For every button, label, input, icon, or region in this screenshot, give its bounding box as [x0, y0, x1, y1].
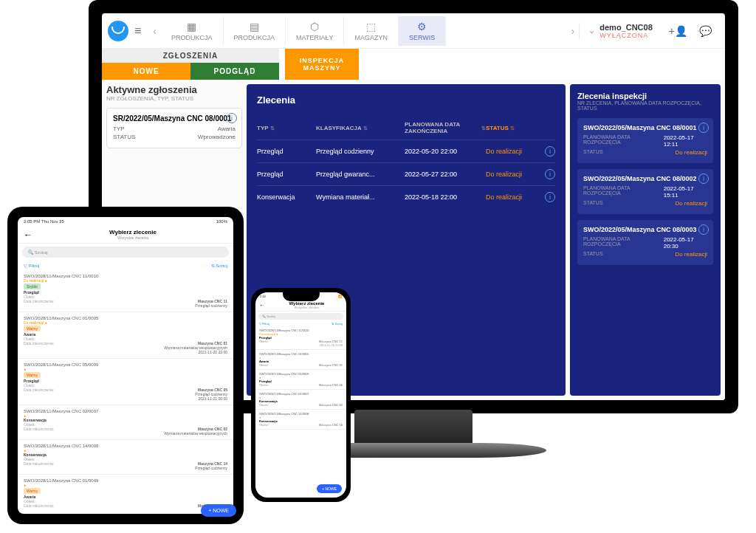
search-input[interactable]: 🔍 Szukaj — [258, 313, 343, 320]
status-value: Wprowadzone — [198, 134, 236, 140]
info-icon[interactable]: i — [698, 224, 709, 235]
list-item[interactable]: SWO/2028/11/Maszyna CNC 01/0005Do realiz… — [18, 312, 233, 359]
col-data: PLANOWANA DATA ZAKOŃCZENIA — [405, 122, 480, 135]
list-item[interactable]: SWO/2028/11/Maszyna CNC 11/0010Do realiz… — [18, 270, 233, 312]
phone-time: 2:14 — [260, 295, 266, 298]
left-subtitle: NR ZGŁOSZENIA, TYP, STATUS — [106, 95, 242, 102]
tablet-frame: 2:05 PM Thu Nov 25100% ← Wybierz zleceni… — [7, 207, 244, 524]
tablet-screen: 2:05 PM Thu Nov 25100% ← Wybierz zleceni… — [18, 217, 233, 514]
list-icon: ▤ — [250, 21, 259, 32]
sort-icon[interactable]: ⇅ — [363, 125, 368, 131]
inspekcja-line2: MASZYNY — [303, 64, 340, 72]
hamburger-icon[interactable]: ≡ — [134, 24, 141, 38]
back-icon[interactable]: ← — [24, 230, 32, 240]
search-input[interactable]: 🔍 Szukaj — [22, 247, 229, 258]
tablet-title: Wybierz zlecenie — [38, 229, 227, 235]
list-item[interactable]: SWO/2028/11/Maszyna CNC 14/0008 ●Konserw… — [18, 440, 233, 475]
back-icon[interactable]: ← — [259, 302, 265, 309]
chevron-down-icon: ⌄ — [588, 26, 595, 35]
phone-screen: 2:14📶 ← Wybierz zlecenie Wszystkie zlece… — [255, 292, 346, 498]
monitor-stand — [354, 410, 472, 447]
tablet-subtitle: Wszystkie zlecenia — [38, 235, 227, 240]
typ-value: Awaria — [218, 125, 236, 132]
filter-button[interactable]: ▽ Filtruj — [24, 263, 39, 268]
col-typ: TYP — [257, 125, 269, 131]
app-logo[interactable] — [108, 21, 128, 41]
status-label: STATUS — [113, 134, 135, 140]
fab-button[interactable]: + NOWE — [201, 504, 233, 514]
list-item[interactable]: SWO/2028/11/Maszyna CNC 02/0007 ●Konserw… — [18, 405, 233, 440]
zgloszenie-card[interactable]: i SR/2022/05/Maszyna CNC 08/0001 TYPAwar… — [106, 108, 242, 148]
list-item[interactable]: SWO/2028/11/Maszyna CNC 05/0009 ●Przeglą… — [255, 370, 346, 390]
phone-subtitle: Wszystkie zlecenia — [271, 306, 343, 309]
inspection-card[interactable]: iSWO/2022/05/Maszyna CNC 08/0001PLANOWAN… — [577, 118, 713, 163]
inspection-card[interactable]: iSWO/2022/05/Maszyna CNC 08/0003PLANOWAN… — [577, 220, 713, 265]
nav-next-icon[interactable]: › — [567, 25, 580, 37]
info-icon[interactable]: i — [227, 113, 237, 123]
list-item[interactable]: SWO/2028/11/Maszyna CNC 14/0008 ●Konserw… — [255, 410, 346, 430]
info-icon[interactable]: i — [545, 192, 555, 202]
table-header: TYP⇅ KLASYFIKACJA⇅ PLANOWANA DATA ZAKOŃC… — [257, 117, 555, 140]
info-icon[interactable]: i — [545, 146, 555, 157]
tablet-list[interactable]: SWO/2028/11/Maszyna CNC 11/0010Do realiz… — [18, 270, 233, 514]
sort-icon[interactable]: ⇅ — [481, 125, 486, 131]
info-icon[interactable]: i — [698, 173, 709, 184]
col-status: STATUS — [486, 125, 509, 131]
inspection-card[interactable]: iSWO/2022/05/Maszyna CNC 08/0002PLANOWAN… — [577, 169, 713, 214]
card-title: SR/2022/05/Maszyna CNC 08/0001 — [113, 114, 236, 123]
sort-button[interactable]: ⇅ Sortuj — [211, 263, 227, 268]
tablet-battery: 100% — [216, 219, 227, 224]
nav-tab-produkcja-2[interactable]: ▤PRODUKCJA — [224, 16, 286, 46]
subtab-header: ZGŁOSZENIA — [102, 49, 279, 63]
filter-button[interactable]: ▽ Filtruj — [259, 322, 269, 326]
device-selector[interactable]: ⌄ demo_CNC08 WYŁĄCZONA — [579, 23, 662, 39]
signal-icon: 📶 — [338, 295, 342, 298]
list-item[interactable]: SWO/2028/11/Maszyna CNC 11/0010Do realiz… — [255, 326, 346, 350]
nav-label: MAGAZYN — [354, 34, 388, 41]
nav-tab-materialy[interactable]: ⬡MATERIAŁY — [286, 16, 344, 46]
list-item[interactable]: SWO/2028/11/Maszyna CNC 05/0009 ●WażnyPr… — [18, 359, 233, 405]
right-title: Zlecenia inspekcji — [577, 92, 713, 100]
typ-label: TYP — [113, 125, 125, 132]
subtab-row: ZGŁOSZENIA NOWE PODGLĄD INSPEKCJA MASZYN… — [102, 49, 725, 80]
right-subtitle: NR ZLECENIA, PLANOWANA DATA ROZPOCZĘCIA,… — [577, 100, 713, 111]
gear-icon: ⚙ — [417, 21, 427, 32]
phone-list[interactable]: SWO/2028/11/Maszyna CNC 11/0010Do realiz… — [255, 326, 346, 498]
inspekcja-button[interactable]: INSPEKCJA MASZYNY — [285, 49, 359, 80]
nowe-button[interactable]: NOWE — [102, 63, 190, 80]
nav-label: MATERIAŁY — [296, 34, 333, 41]
device-name: demo_CNC08 — [599, 23, 653, 32]
phone-notch — [283, 292, 320, 301]
nav-tab-magazyn[interactable]: ⬚MAGAZYN — [344, 16, 399, 46]
info-icon[interactable]: i — [698, 123, 709, 133]
top-bar: ≡ ‹ ▦PRODUKCJA ▤PRODUKCJA ⬡MATERIAŁY ⬚MA… — [102, 13, 725, 49]
info-icon[interactable]: i — [545, 169, 555, 179]
inspekcja-line1: INSPEKCJA — [300, 57, 345, 64]
nav-tab-produkcja-1[interactable]: ▦PRODUKCJA — [161, 16, 224, 46]
list-item[interactable]: SWO/2028/11/Maszyna CNC 01/0005 ●AwariaO… — [255, 350, 346, 370]
phone-frame: 2:14📶 ← Wybierz zlecenie Wszystkie zlece… — [251, 288, 351, 502]
podglad-button[interactable]: PODGLĄD — [190, 63, 279, 80]
table-row[interactable]: PrzeglądPrzegląd codzienny2022-05-20 22:… — [257, 140, 555, 162]
list-item[interactable]: SWO/2028/11/Maszyna CNC 02/0007 ●Konserw… — [255, 390, 346, 410]
tablet-time: 2:05 PM Thu Nov 25 — [24, 219, 64, 224]
table-row[interactable]: PrzeglądPrzegląd gwaranc...2022-05-27 22… — [257, 162, 555, 185]
col-klas: KLASYFIKACJA — [316, 125, 362, 131]
nav-label: PRODUKCJA — [171, 34, 213, 41]
sort-icon[interactable]: ⇅ — [270, 125, 275, 131]
sort-button[interactable]: ⇅ Sortuj — [331, 322, 343, 326]
nav-label: SERWIS — [409, 34, 435, 41]
message-icon[interactable]: 💬 — [699, 25, 712, 37]
fab-button[interactable]: + NOWE — [317, 484, 342, 493]
add-user-icon[interactable]: +👤 — [669, 25, 687, 37]
hex-icon: ⬡ — [310, 21, 319, 32]
left-title: Aktywne zgłoszenia — [106, 84, 242, 95]
search-placeholder: Szukaj — [35, 250, 48, 255]
nav-prev-icon[interactable]: ‹ — [148, 25, 161, 37]
grid-icon: ▦ — [187, 21, 196, 32]
sort-icon[interactable]: ⇅ — [510, 125, 515, 131]
nav-label: PRODUKCJA — [234, 34, 275, 41]
nav-tab-serwis[interactable]: ⚙SERWIS — [399, 16, 446, 46]
device-status: WYŁĄCZONA — [599, 32, 653, 39]
table-row[interactable]: KonserwacjaWymiana materiał...2022-05-18… — [257, 185, 555, 208]
